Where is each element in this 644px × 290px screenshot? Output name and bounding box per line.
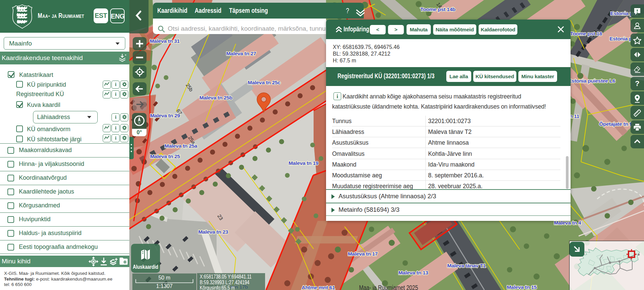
svg-text:Estonia puiestee L6: Estonia puiestee L6: [568, 78, 616, 84]
svg-text:Maleva tn 25b: Maleva tn 25b: [199, 95, 232, 100]
svg-text:i: i: [115, 125, 116, 130]
svg-text:Maleva tn 15: Maleva tn 15: [507, 284, 537, 290]
svg-text:i: i: [115, 82, 116, 87]
svg-text:i: i: [115, 114, 116, 120]
svg-text:Maleva tn 31: Maleva tn 31: [150, 38, 180, 44]
svg-text:Maleva tn 25a: Maleva tn 25a: [165, 143, 198, 149]
svg-text:Maleva tn 27: Maleva tn 27: [226, 51, 256, 56]
svg-text:Maleva tn 19: Maleva tn 19: [289, 160, 319, 166]
svg-text:Toome pst 18: Toome pst 18: [570, 31, 602, 36]
svg-text:Ahtme mnt 61: Ahtme mnt 61: [302, 285, 335, 290]
svg-text:Maleva tn 25: Maleva tn 25: [150, 153, 180, 159]
svg-text:i: i: [115, 135, 116, 141]
svg-text:Õpetajate tn 9: Õpetajate tn 9: [599, 121, 633, 127]
svg-text:Maleva tn 17: Maleva tn 17: [348, 251, 378, 257]
svg-text:Maleva tn 13: Maleva tn 13: [398, 270, 428, 276]
svg-text:Maleva tänav T1: Maleva tänav T1: [447, 263, 486, 268]
svg-text:Maleva tn 25c: Maleva tn 25c: [248, 80, 281, 85]
svg-text:Maleva tn 23: Maleva tn 23: [198, 229, 228, 235]
svg-text:Maleva tn 29: Maleva tn 29: [150, 113, 180, 118]
svg-text:Toome pst 14b: Toome pst 14b: [420, 6, 455, 12]
svg-text:Estonia p: Estonia p: [609, 36, 632, 41]
svg-text:i: i: [115, 91, 116, 97]
